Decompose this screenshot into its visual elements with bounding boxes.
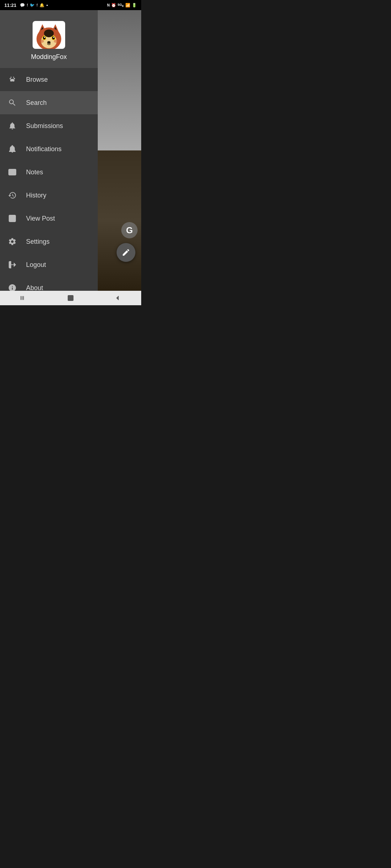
notifications-icon — [7, 144, 17, 154]
logout-icon — [7, 260, 17, 270]
avatar-container: ⚙ — [33, 21, 65, 49]
submissions-icon — [7, 121, 17, 131]
back-button[interactable] — [114, 294, 122, 302]
submissions-label: Submissions — [26, 122, 63, 130]
status-left: 11:21 💬 f 🐦 f 🔔 ● — [4, 3, 48, 8]
nav-list: Browse Search Submissions — [0, 68, 98, 291]
notifications-label: Notifications — [26, 145, 62, 153]
nav-item-settings[interactable]: Settings — [0, 230, 98, 253]
bottom-navigation — [0, 291, 141, 305]
logout-label: Logout — [26, 261, 46, 269]
nfc-icon: N — [107, 3, 110, 7]
svg-point-16 — [54, 39, 59, 43]
nav-item-view-post[interactable]: View Post — [0, 207, 98, 230]
mail-icon — [7, 167, 17, 177]
facebook-icon: f — [27, 3, 28, 7]
navigation-drawer: ⚙ ModdingFox Browse — [0, 10, 98, 291]
info-icon — [7, 283, 17, 291]
notification-icons: 💬 f 🐦 f 🔔 ● — [20, 3, 48, 8]
svg-point-13 — [53, 37, 55, 38]
g-button[interactable]: G — [121, 222, 138, 238]
svg-rect-24 — [68, 295, 73, 301]
search-label: Search — [26, 99, 47, 107]
dot-icon: ● — [46, 4, 48, 7]
fab-edit-button[interactable] — [117, 243, 135, 262]
browse-label: Browse — [26, 76, 48, 84]
status-bar: 11:21 💬 f 🐦 f 🔔 ● N ⏰ 5GE 📶 🔋 — [0, 0, 141, 10]
recent-apps-button[interactable] — [20, 294, 28, 302]
svg-point-19 — [10, 217, 12, 218]
history-label: History — [26, 192, 46, 199]
bg-bottom-panel — [98, 150, 141, 291]
alert-icon: 🔔 — [39, 3, 45, 8]
svg-rect-22 — [22, 296, 22, 300]
about-label: About — [26, 284, 43, 291]
right-background: G — [98, 10, 141, 291]
nav-item-submissions[interactable]: Submissions — [0, 114, 98, 137]
history-icon — [7, 190, 17, 200]
nav-item-search[interactable]: Search — [0, 91, 98, 114]
network-icon: 5GE — [118, 3, 124, 8]
svg-rect-21 — [21, 296, 21, 300]
alarm-icon: ⏰ — [111, 3, 116, 8]
home-button[interactable] — [67, 294, 75, 302]
username-label: ModdingFox — [31, 53, 67, 61]
nav-item-logout[interactable]: Logout — [0, 253, 98, 276]
nav-item-notifications[interactable]: Notifications — [0, 137, 98, 161]
nav-item-history[interactable]: History — [0, 184, 98, 207]
avatar: ⚙ — [33, 21, 65, 49]
svg-point-12 — [44, 37, 46, 38]
nav-item-notes[interactable]: Notes — [0, 161, 98, 184]
status-time: 11:21 — [4, 3, 16, 8]
facebook2-icon: f — [37, 3, 38, 7]
view-post-label: View Post — [26, 215, 55, 222]
signal-icon: 📶 — [125, 3, 130, 8]
main-container: ⚙ ModdingFox Browse — [0, 10, 141, 291]
nav-item-about[interactable]: About — [0, 276, 98, 291]
profile-header[interactable]: ⚙ ModdingFox — [0, 10, 98, 68]
paw-icon — [7, 75, 17, 85]
search-icon — [7, 98, 17, 108]
svg-rect-23 — [23, 296, 24, 300]
image-icon — [7, 213, 17, 224]
bg-top-panel — [98, 10, 141, 150]
gear-icon — [7, 237, 17, 247]
messenger-icon: 💬 — [20, 3, 25, 8]
notes-label: Notes — [26, 169, 43, 176]
settings-label: Settings — [26, 238, 50, 246]
svg-point-15 — [39, 39, 44, 43]
twitter-icon: 🐦 — [30, 3, 35, 8]
nav-item-browse[interactable]: Browse — [0, 68, 98, 91]
battery-icon: 🔋 — [132, 3, 137, 8]
status-right: N ⏰ 5GE 📶 🔋 — [107, 3, 137, 8]
svg-point-14 — [47, 41, 51, 44]
